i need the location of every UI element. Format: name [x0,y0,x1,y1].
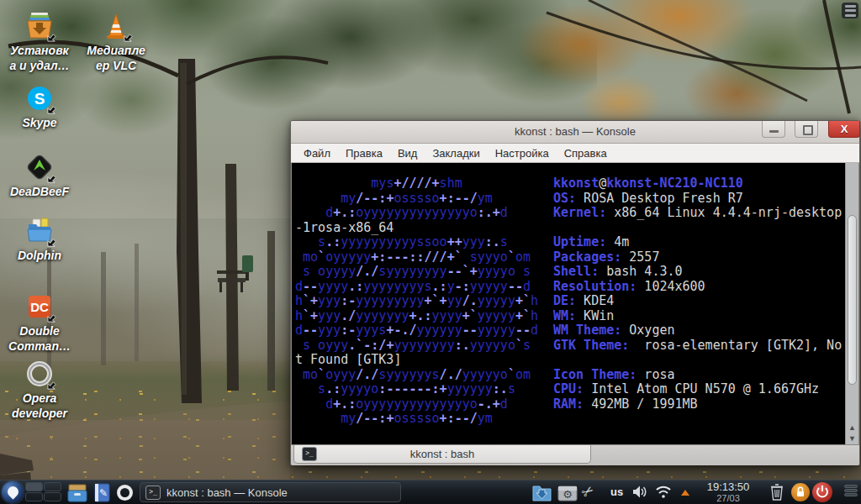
tray-clipboard-icon[interactable]: ✂ [578,481,598,502]
menu-view[interactable]: Вид [390,145,425,161]
tray-volume-icon[interactable] [632,485,648,502]
menu-file[interactable]: Файл [296,145,338,161]
clock-date: 27/03 [703,493,753,503]
double-commander-icon: DC [25,292,54,321]
tray-keyboard-layout[interactable]: us [610,486,623,498]
notes-launcher-icon[interactable]: ✎ [92,483,112,504]
scroll-down-icon[interactable]: ▼ [846,433,858,444]
shortcut-arrow-icon [47,381,56,390]
shutdown-button[interactable] [812,482,832,502]
file-manager-launcher-icon[interactable] [67,483,87,504]
terminal-row: mo`oyyy/./syyyyyys/./yyyyyo`omIcon Theme… [295,368,845,383]
terminal-area: mys+////+shmkkonst@kkonst-NC210-NC110 my… [291,163,859,445]
desktop-icon-skype[interactable]: S Skype [1,84,78,130]
panel-toolbox-icon[interactable] [843,484,858,501]
maximize-icon [803,125,813,135]
scroll-up-icon[interactable]: ▲ [846,423,858,433]
tray-updates-icon[interactable]: ⚙ [557,483,578,504]
menu-edit[interactable]: Правка [338,145,390,161]
terminal-row: mo`oyyyyy+:---::///+` syyyo`omPackages: … [295,250,845,265]
icon-label: Double [1,323,78,339]
pager-desktop-4[interactable] [44,492,61,501]
konsole-window: kkonst : bash — Konsole X Файл Правка Ви… [290,120,860,465]
menu-help[interactable]: Справка [557,145,615,161]
terminal-row: d+.:oyyyyyyyyyyyyyyo-.+dRAM: 492MB / 199… [295,397,845,412]
tray-downloads-icon[interactable] [531,483,552,504]
virtual-desktop-pager[interactable] [25,482,61,501]
desktop-icon-double-commander[interactable]: DC Double Comman… [1,292,78,354]
terminal-row: h`+yyy:-yyyyyyyyy+`+yy/.yyyyy+`hDE: KDE4 [295,294,845,309]
pager-desktop-3[interactable] [25,492,43,501]
terminal-row: mys+////+shmkkonst@kkonst-NC210-NC110 [295,176,845,192]
terminal-row: d--yyyy.:yyyyyyyys.:y-:yyyyy--dResolutio… [295,280,845,295]
menu-settings[interactable]: Настройка [488,145,557,161]
icon-label: Установк [1,43,78,58]
close-icon: X [829,123,859,135]
taskbar-task-konsole[interactable]: >_ kkonst : bash — Konsole [140,482,401,502]
power-icon [812,482,832,502]
tray-expand-icon[interactable] [681,490,689,496]
opera-icon [25,360,54,388]
scrollbar-handle[interactable] [848,215,857,385]
minimize-icon [769,130,779,133]
icon-label: Opera [1,391,78,406]
terminal-row: s oyyyy/./syyyyyyyy--`+yyyyo sShell: bas… [295,265,845,280]
launcher-menu-button[interactable] [2,481,24,503]
pager-desktop-2[interactable] [44,482,61,491]
tab-label: kkonst : bash [294,448,590,460]
desktop-icon-vlc[interactable]: Медиапле ер VLC [77,12,155,73]
terminal-row: s.:yyyyyyyyyyssoo++yyy:.sUptime: 4m [295,235,845,250]
tray-wifi-icon[interactable] [655,485,672,502]
menubar: Файл Правка Вид Закладки Настройка Справ… [291,144,859,163]
taskbar: ✎ >_ kkonst : bash — Konsole ⚙ [0,480,861,504]
shortcut-arrow-icon [124,33,133,42]
minimize-button[interactable] [762,121,785,138]
menu-bookmarks[interactable]: Закладки [425,145,487,161]
install-remove-icon [25,12,54,40]
icon-label: а и удал… [1,58,78,73]
icon-label: Dolphin [1,248,78,263]
svg-text:⚙: ⚙ [563,488,573,501]
icon-label: Skype [1,115,78,130]
screen: Установк а и удал… Медиапле ер VLC S [0,0,861,504]
deadbeef-icon [25,153,54,181]
desktop-icon-install-remove[interactable]: Установк а и удал… [1,12,78,73]
close-button[interactable]: X [828,121,860,138]
icon-label: ер VLC [77,58,155,73]
dolphin-folder-icon [25,217,54,245]
clock-time: 19:13:50 [703,481,753,493]
lock-screen-button[interactable] [791,483,810,501]
maximize-button[interactable] [795,121,818,138]
window-titlebar[interactable]: kkonst : bash — Konsole X [291,121,859,144]
terminal-row: s.:yyyyo:------:+yyyyyy:.sCPU: Intel Ato… [295,382,845,397]
opera-launcher-icon[interactable] [116,484,134,504]
terminal-row: s oyyy.`-:/+yyyyyyyy:.yyyyyo`sGTK Theme:… [295,339,845,354]
desktop-icon-opera-developer[interactable]: Opera developer [1,360,78,421]
pager-desktop-1[interactable] [25,482,43,491]
shortcut-arrow-icon [47,33,56,42]
lock-icon [791,483,810,501]
tab-kkonst-bash[interactable]: >_ kkonst : bash [293,445,591,464]
shortcut-arrow-icon [47,238,56,247]
terminal-row: t Found [GTK3] [295,353,845,368]
rosa-logo-icon [5,484,20,499]
desktop-icon-deadbeef[interactable]: DeaDBeeF [1,153,78,199]
terminal-row: my/--:+osssso+:--/ymOS: ROSA Desktop Fre… [295,192,845,207]
terminal-body[interactable]: mys+////+shmkkonst@kkonst-NC210-NC110 my… [292,163,845,444]
shortcut-arrow-icon [47,174,56,183]
terminal-row: -1rosa-x86_64 [295,221,845,236]
svg-text:DC: DC [30,300,49,314]
desktop-icon-dolphin[interactable]: Dolphin [1,217,78,263]
desktop-toolbox-icon[interactable] [842,3,858,18]
terminal-scrollbar[interactable]: ▲ ▼ [845,163,858,444]
vlc-icon [102,12,130,40]
svg-text:S: S [34,90,45,108]
task-label: kkonst : bash — Konsole [166,486,288,499]
icon-label: developer [1,406,78,421]
svg-text:✎: ✎ [99,487,108,499]
terminal-row: h`+yyy./yyyyyyy+.:yyyy+`yyyyy+`hWM: KWin [295,309,845,324]
taskbar-clock[interactable]: 19:13:50 27/03 [703,481,753,503]
trash-icon[interactable] [769,483,784,504]
skype-icon: S [25,84,54,113]
terminal-row: d+.:oyyyyyyyyyyyyyyo:.+dKernel: x86_64 L… [295,206,845,221]
